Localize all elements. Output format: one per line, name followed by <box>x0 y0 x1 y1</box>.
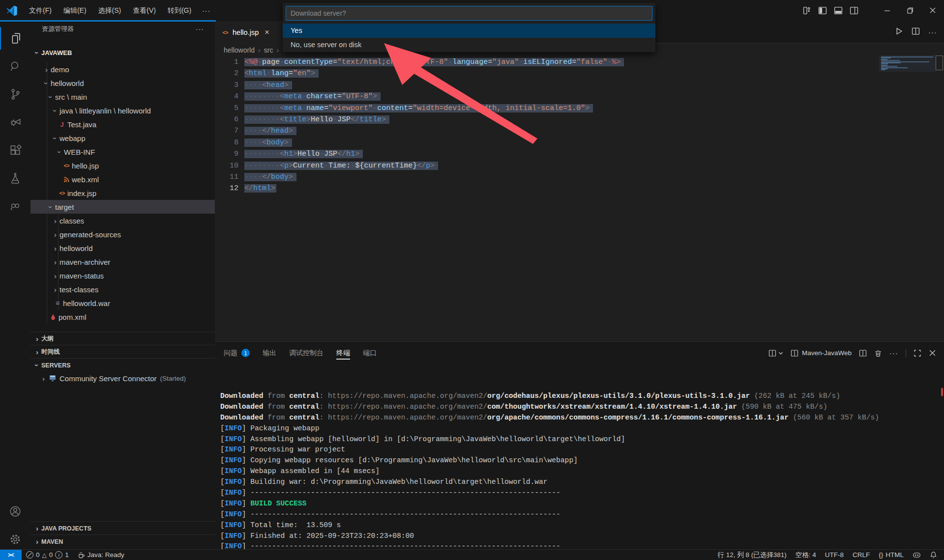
source-control-icon[interactable] <box>0 83 30 106</box>
panel-tab-item[interactable]: 端口 <box>363 342 377 364</box>
section-maven[interactable]: › MAVEN <box>30 534 215 548</box>
run-button[interactable] <box>895 27 903 37</box>
more-actions-icon[interactable]: ··· <box>928 28 937 36</box>
panel-tab-item[interactable]: 调试控制台 <box>289 342 324 364</box>
java-status[interactable]: Java: Ready <box>73 550 129 560</box>
code-line-9[interactable]: 9········<h1>Hello·JSP</h1> <box>215 148 944 160</box>
tree-item-pom-xml[interactable]: pom.xml <box>30 310 215 324</box>
toggle-secondary-sidebar-icon[interactable] <box>850 6 858 15</box>
close-panel-icon[interactable] <box>929 349 936 357</box>
problems-status[interactable]: 0 △0 i1 <box>22 550 73 560</box>
accounts-icon[interactable] <box>0 500 30 523</box>
encoding[interactable]: UTF-8 <box>821 550 848 560</box>
tree-item-helloworld-war[interactable]: ≡helloworld.war <box>30 296 215 310</box>
maximize-panel-icon[interactable] <box>914 349 921 357</box>
menu-item-g[interactable]: 转到(G) <box>162 0 197 21</box>
breadcrumb-item-src[interactable]: src <box>264 46 273 54</box>
tree-item-web-inf[interactable]: ›WEB-INF <box>30 145 215 159</box>
run-and-debug-icon[interactable] <box>0 111 30 134</box>
copilot-button[interactable] <box>908 550 925 560</box>
tree-item-java-littleyanlin-helloworld[interactable]: ›java \ littleyanlin \ helloworld <box>30 104 215 117</box>
kill-terminal-trash-icon[interactable] <box>874 349 882 357</box>
split-editor-button[interactable] <box>912 27 920 37</box>
section-outline[interactable]: › 大纲 <box>30 332 215 345</box>
language-mode[interactable]: {} HTML <box>874 550 908 560</box>
indentation[interactable]: 空格: 4 <box>791 550 821 560</box>
tree-item-demo[interactable]: ›demo <box>30 62 215 76</box>
tree-item-hello-jsp[interactable]: <>hello.jsp <box>30 159 215 172</box>
code-line-1[interactable]: 1<%@·page·contentType="text/html;charset… <box>215 56 944 68</box>
menu-item-f[interactable]: 文件(F) <box>23 0 58 21</box>
code-line-6[interactable]: 6········<title>Hello·JSP</title> <box>215 114 944 125</box>
breadcrumb-item-helloworld[interactable]: helloworld <box>224 46 255 54</box>
close-tab-icon[interactable]: × <box>265 28 269 36</box>
code-line-10[interactable]: 10········<p>Current·Time:·${currentTime… <box>215 160 944 171</box>
tree-item-test-classes[interactable]: ›test-classes <box>30 282 215 296</box>
notifications-button[interactable] <box>925 550 944 560</box>
restore-button[interactable] <box>899 0 921 21</box>
testing-icon[interactable] <box>0 167 30 190</box>
menu-overflow-button[interactable]: ··· <box>197 7 215 15</box>
tree-item-generated-sources[interactable]: ›generated-sources <box>30 227 215 241</box>
code-line-7[interactable]: 7····</head> <box>215 125 944 137</box>
panel-tab-item[interactable]: 输出 <box>263 342 276 364</box>
cursor-position[interactable]: 行 12, 列 8 (已选择381) <box>713 550 791 560</box>
tree-item-maven-archiver[interactable]: ›maven-archiver <box>30 255 215 269</box>
minimap[interactable] <box>879 55 936 72</box>
panel-tab-item[interactable]: 问题1 <box>224 342 250 364</box>
section-java-projects[interactable]: › JAVA PROJECTS <box>30 521 215 535</box>
tree-item-src-main[interactable]: ›src \ main <box>30 90 215 104</box>
server-connector-icon[interactable] <box>0 195 30 218</box>
code-line-2[interactable]: 2<html·lang="en"> <box>215 68 944 79</box>
panel-tab-item[interactable]: 终端 <box>336 342 350 364</box>
settings-gear-icon[interactable] <box>0 528 30 551</box>
section-timeline[interactable]: › 时间线 <box>30 345 215 359</box>
terminal-output[interactable]: Downloaded from central: https://repo.ma… <box>220 391 938 552</box>
menu-item-e[interactable]: 编辑(E) <box>58 0 92 21</box>
workspace-section-header[interactable]: › JAVAWEB <box>30 46 215 59</box>
code-line-3[interactable]: 3····<head> <box>215 80 944 91</box>
tree-item-test-java[interactable]: JTest.java <box>30 117 215 131</box>
code-line-4[interactable]: 4········<meta·charset="UTF-8"> <box>215 91 944 102</box>
toggle-sidebar-icon[interactable] <box>818 6 827 15</box>
tree-item-web-xml[interactable]: web.xml <box>30 172 215 186</box>
code-line-12[interactable]: 12</html> <box>215 183 944 194</box>
toggle-panel-icon[interactable] <box>834 6 843 15</box>
tree-item-webapp[interactable]: ›webapp <box>30 131 215 145</box>
quick-input-option-yes[interactable]: Yes <box>283 24 655 38</box>
new-terminal-split-button[interactable] <box>768 349 783 357</box>
tree-item-helloworld[interactable]: ›helloworld <box>30 76 215 90</box>
tree-item-index-jsp[interactable]: <>index.jsp <box>30 186 215 200</box>
menu-item-v[interactable]: 查看(V) <box>127 0 162 21</box>
tree-item-helloworld[interactable]: ›helloworld <box>30 241 215 255</box>
code-line-8[interactable]: 8····<body> <box>215 137 944 148</box>
tree-item-classes[interactable]: ›classes <box>30 214 215 227</box>
tab-hello-jsp[interactable]: <> hello.jsp × <box>215 21 284 43</box>
section-servers[interactable]: › SERVERS <box>30 358 215 372</box>
quick-input-field[interactable] <box>286 6 652 21</box>
server-item-status: (Started) <box>160 375 186 382</box>
eol-sequence[interactable]: CRLF <box>848 550 874 560</box>
server-connector-item[interactable]: › Community Server Connector (Started) <box>30 371 215 385</box>
close-window-button[interactable] <box>921 0 944 21</box>
breadcrumb[interactable]: helloworld›src› <box>224 43 279 56</box>
terminal-tab-maven-javaweb[interactable]: Maven-JavaWeb <box>791 349 852 357</box>
chevron-right-icon: › <box>33 537 41 546</box>
panel-more-actions-icon[interactable]: ··· <box>889 349 898 357</box>
code-line-11[interactable]: 11····</body> <box>215 171 944 183</box>
code-line-5[interactable]: 5········<meta·name="viewport"·content="… <box>215 103 944 114</box>
customize-layout-icon[interactable] <box>803 6 811 15</box>
remote-indicator-button[interactable]: >< <box>0 550 22 560</box>
explorer-icon[interactable] <box>0 27 31 50</box>
tree-item-target[interactable]: ›target <box>30 200 215 214</box>
menu-item-s[interactable]: 选择(S) <box>92 0 127 21</box>
explorer-more-actions-button[interactable]: ··· <box>196 21 204 37</box>
tree-item-maven-status[interactable]: ›maven-status <box>30 269 215 282</box>
minimize-button[interactable] <box>876 0 899 21</box>
code-editor[interactable]: 1<%@·page·contentType="text/html;charset… <box>215 56 944 195</box>
extensions-icon[interactable] <box>0 139 30 162</box>
quick-input-option-no-use-server-on-disk[interactable]: No, use server on disk <box>283 38 655 52</box>
terminal-line-14: [INFO] Finished at: 2025-09-23T23:20:23+… <box>220 531 938 542</box>
search-icon[interactable] <box>0 55 30 78</box>
split-terminal-button[interactable] <box>859 349 867 357</box>
